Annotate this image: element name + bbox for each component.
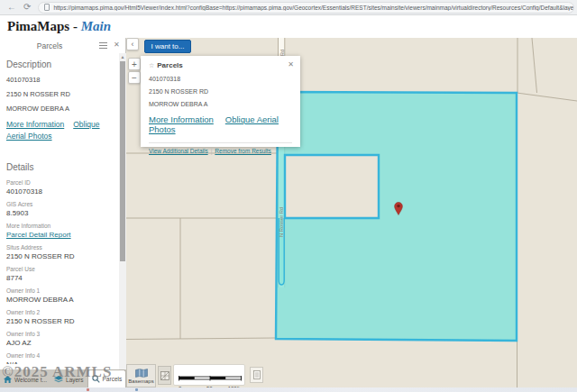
browser-toolbar: ← ⟳ https://pimamaps.pima.gov/Html5Viewe… [0, 0, 577, 15]
detail-field: Owner Info 2 2150 N ROSSER RD [6, 308, 118, 326]
popup-parcel-id: 401070318 [149, 76, 292, 82]
field-value: 401070318 [6, 187, 118, 196]
scale-bar-graphic [179, 376, 242, 381]
field-label: Owner Info 1 [6, 287, 118, 295]
tab-welcome[interactable]: Welcome t... [0, 371, 50, 387]
field-label: Owner Info 4 [6, 351, 118, 360]
map-canvas[interactable]: N Rosser Rd N Rosser Rd ‹ + − I want to.… [126, 38, 577, 387]
layers-icon [54, 376, 63, 384]
more-information-link[interactable]: More Information [6, 120, 64, 129]
search-icon [92, 375, 100, 383]
remove-from-results-link[interactable]: Remove from Results [215, 148, 271, 154]
popup-title: Parcels [157, 61, 182, 69]
detail-field: Parcel Use 8774 [6, 265, 118, 283]
basemaps-label: Basemaps [128, 378, 153, 384]
detail-field: Owner Info 1 MORROW DEBRA A [6, 287, 118, 305]
tab-parcels[interactable]: Parcels [87, 369, 127, 387]
field-label: Owner Info 3 [6, 330, 118, 338]
address-bar[interactable]: https://pimamaps.pima.gov/Html5Viewer/in… [38, 2, 574, 14]
taskbar-dot [135, 388, 138, 391]
panel-content: Description 401070318 2150 N ROSSER RD M… [0, 53, 118, 364]
field-label: Parcel ID [6, 178, 118, 187]
field-label: Situs Address [6, 243, 118, 251]
field-value: AJO AZ [6, 338, 118, 348]
menu-icon[interactable] [99, 42, 107, 49]
detail-field: Situs Address 2150 N ROSSER RD [6, 243, 118, 261]
app-header: PimaMaps - Main [0, 15, 577, 38]
overview-map-button[interactable] [158, 366, 171, 385]
document-icon [253, 370, 261, 379]
popup-close-icon[interactable]: ✕ [288, 60, 294, 68]
page-title: PimaMaps - Main [7, 19, 111, 34]
field-value: N/A [6, 360, 118, 364]
field-value: 8774 [6, 273, 118, 283]
field-label: Owner Info 2 [6, 308, 118, 316]
tab-label: Parcels [103, 376, 123, 382]
star-icon[interactable]: ☆ [149, 62, 154, 68]
popup-address: 2150 N ROSSER RD [149, 88, 292, 95]
field-value: 2150 N ROSSER RD [6, 251, 118, 261]
tab-label: Layers [66, 377, 84, 383]
tab-layers[interactable]: Layers [50, 371, 87, 387]
sidebar-tab-bar: Welcome t... Layers Parcels [0, 369, 126, 387]
view-additional-details-link[interactable]: View Additional Details [149, 148, 208, 154]
sidebar-scrollbar[interactable]: ▲ ▼ [119, 53, 126, 387]
zoom-in-button[interactable]: + [128, 58, 141, 70]
taskbar-sliver [0, 387, 577, 392]
detail-field: Owner Info 4 N/A [6, 351, 118, 364]
description-heading: Description [6, 59, 118, 69]
detail-field: Owner Info 3 AJO AZ [6, 330, 118, 348]
detail-field: GIS Acres 8.5903 [6, 200, 118, 218]
basemaps-button[interactable]: Basemaps [126, 364, 156, 387]
close-icon[interactable]: ✕ [114, 41, 120, 49]
page-icon [44, 4, 50, 11]
popup-more-information-link[interactable]: More Information [149, 114, 214, 124]
scroll-up-icon[interactable]: ▲ [119, 54, 126, 59]
popup-owner: MORROW DEBRA A [149, 101, 292, 107]
description-address: 2150 N ROSSER RD [6, 90, 118, 98]
scale-settings-button[interactable] [250, 367, 263, 383]
description-owner: MORROW DEBRA A [6, 105, 118, 113]
selected-parcel-polygon[interactable] [276, 92, 517, 341]
panel-title: Parcels [0, 41, 99, 50]
basemap-icon [135, 369, 148, 378]
home-icon [4, 376, 12, 383]
separator: | [211, 148, 213, 154]
field-value: 2150 N ROSSER RD [6, 316, 118, 326]
scale-bar: 0 50 100ft [173, 364, 245, 386]
parcels-sidebar: Parcels ✕ Description 401070318 2150 N R… [0, 38, 126, 387]
field-value: MORROW DEBRA A [6, 295, 118, 305]
detail-field: More Information Parcel Detail Report [6, 222, 118, 240]
field-label: Parcel Use [6, 265, 118, 273]
detail-field: Parcel ID 401070318 [6, 178, 118, 196]
refresh-icon[interactable]: ⟳ [23, 3, 31, 12]
zoom-out-button[interactable]: − [128, 71, 141, 84]
i-want-to-button[interactable]: I want to... [144, 40, 191, 53]
details-heading: Details [6, 162, 118, 172]
road-label: N Rosser Rd [279, 207, 284, 237]
field-label: GIS Acres [6, 200, 118, 208]
tab-label: Welcome t... [14, 377, 47, 383]
app-title-text: PimaMaps - [7, 19, 78, 33]
scrollbar-thumb[interactable] [120, 61, 125, 261]
field-value: 8.5903 [6, 208, 118, 218]
parcel-detail-report-link[interactable]: Parcel Detail Report [6, 231, 71, 239]
overview-map-icon [160, 371, 169, 380]
popup-header: ☆Parcels [149, 61, 292, 69]
collapse-panel-button[interactable]: ‹ [126, 38, 139, 50]
url-text: https://pimamaps.pima.gov/Html5Viewer/in… [53, 5, 573, 11]
field-label: More Information [6, 222, 118, 230]
app-title-accent: Main [81, 19, 111, 33]
panel-header: Parcels ✕ [0, 38, 119, 53]
back-icon[interactable]: ← [7, 3, 16, 12]
parcel-popup: ☆Parcels ✕ 401070318 2150 N ROSSER RD MO… [141, 56, 300, 147]
taskbar-dot [87, 388, 89, 391]
description-parcel-id: 401070318 [6, 76, 118, 84]
